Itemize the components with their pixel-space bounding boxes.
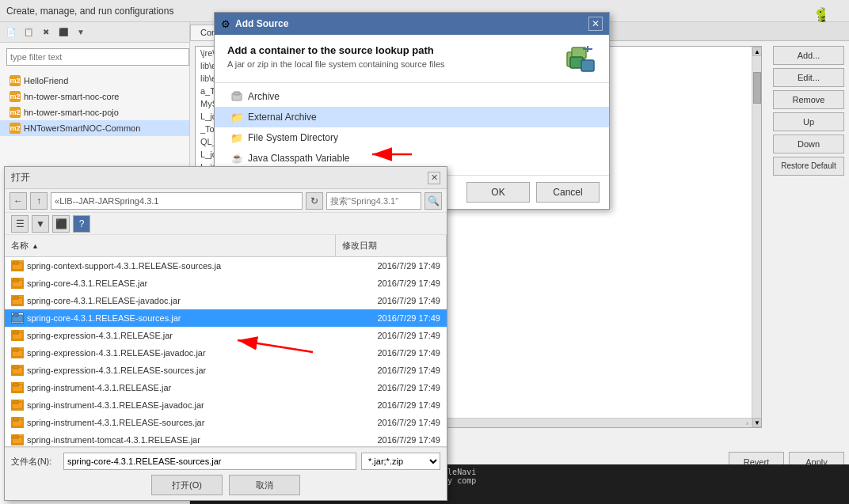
- file-icon-2: [11, 295, 24, 306]
- file-row-3[interactable]: spring-core-4.3.1.RELEASE-sources.jar 20…: [5, 309, 447, 327]
- file-icon-3: [11, 313, 24, 324]
- dialog-item-archive[interactable]: Archive: [215, 86, 609, 107]
- file-dialog-close-btn[interactable]: ✕: [428, 172, 440, 184]
- file-row-4[interactable]: spring-expression-4.3.1.RELEASE.jar 2016…: [5, 327, 447, 344]
- file-row-8[interactable]: spring-instrument-4.3.1.RELEASE-javadoc.…: [5, 396, 447, 414]
- remove-button[interactable]: Remove: [773, 90, 844, 109]
- dialog-cancel-btn[interactable]: Cancel: [536, 182, 600, 203]
- filesystem-label: File System Directory: [248, 132, 338, 143]
- file-row-date-8: 2016/7/29 17:49: [337, 400, 440, 410]
- file-row-date-2: 2016/7/29 17:49: [337, 296, 440, 305]
- path-segment-1[interactable]: Spring4.3.1: [114, 196, 158, 206]
- nav-up-btn[interactable]: ↑: [30, 192, 48, 210]
- file-cancel-btn[interactable]: 取消: [229, 475, 300, 495]
- file-row-10[interactable]: spring-instrument-tomcat-4.3.1.RELEASE.j…: [5, 431, 447, 447]
- up-button[interactable]: Up: [773, 112, 844, 131]
- file-row-2[interactable]: spring-core-4.3.1.RELEASE-javadoc.jar 20…: [5, 292, 447, 309]
- file-row-7[interactable]: spring-instrument-4.3.1.RELEASE.jar 2016…: [5, 379, 447, 396]
- dialog-body: Archive 📁 External Archive 📁 File System…: [215, 82, 609, 175]
- scroll-thumb[interactable]: [753, 72, 761, 104]
- dialog-main-title: Add a container to the source lookup pat…: [227, 44, 557, 56]
- svg-rect-15: [13, 313, 18, 316]
- header-title: Create, manage, and run configurations: [6, 6, 173, 17]
- nav-back-btn[interactable]: ←: [10, 192, 27, 210]
- scroll-right-arrow: ›: [746, 419, 752, 427]
- dialog-sub-title: A jar or zip in the local file system co…: [227, 59, 557, 69]
- nav-refresh-btn[interactable]: ↻: [306, 192, 323, 210]
- new-config-btn[interactable]: 📄: [3, 25, 19, 40]
- copy-btn[interactable]: 📋: [21, 25, 36, 40]
- search-input[interactable]: [326, 192, 421, 210]
- tree-item-noc-core[interactable]: m2 hn-tower-smart-noc-core: [0, 89, 189, 104]
- dialog-titlebar: ⚙ Add Source ✕: [215, 13, 609, 35]
- path-segment-0[interactable]: LIB--JAR-JAR: [59, 196, 114, 206]
- file-icon-5: [11, 347, 24, 358]
- file-row-date-10: 2016/7/29 17:49: [337, 435, 440, 445]
- file-row-date-6: 2016/7/29 17:49: [337, 366, 440, 375]
- file-row-6[interactable]: spring-expression-4.3.1.RELEASE-sources.…: [5, 362, 447, 379]
- tree-item-hellofriend[interactable]: m2 HelloFriend: [0, 73, 189, 89]
- svg-rect-13: [13, 296, 18, 299]
- view-toggle-btn[interactable]: ▼: [32, 215, 49, 233]
- file-name-input[interactable]: [63, 453, 356, 470]
- file-row-9[interactable]: spring-instrument-4.3.1.RELEASE-sources.…: [5, 414, 447, 431]
- file-icon-10: [11, 434, 24, 445]
- down-button[interactable]: Down: [773, 135, 844, 153]
- filesystem-icon: 📁: [230, 131, 243, 144]
- tree-item-label-3: hn-tower-smart-noc-pojo: [24, 108, 119, 117]
- scrollbar-vertical[interactable]: ▲ ▼: [752, 47, 761, 427]
- file-type-select[interactable]: *.jar;*.zip: [361, 453, 440, 470]
- svg-rect-21: [13, 366, 18, 369]
- add-button[interactable]: Add...: [773, 46, 844, 65]
- delete-btn[interactable]: ✖: [38, 25, 54, 40]
- file-row-date-1: 2016/7/29 17:49: [337, 279, 440, 288]
- archive-label: Archive: [248, 91, 280, 102]
- file-footer: 文件名(N): *.jar;*.zip 打开(O) 取消: [5, 447, 447, 500]
- scroll-up[interactable]: ▲: [752, 47, 762, 56]
- restore-default-button[interactable]: Restore Default: [773, 157, 844, 176]
- view-grid-btn[interactable]: ⬛: [52, 215, 70, 233]
- svg-rect-23: [13, 383, 18, 386]
- dialog-ok-btn[interactable]: OK: [466, 182, 530, 203]
- scroll-down[interactable]: ▼: [752, 418, 762, 427]
- file-row-name-6: spring-expression-4.3.1.RELEASE-sources.…: [27, 366, 334, 375]
- file-row-name-10: spring-instrument-tomcat-4.3.1.RELEASE.j…: [27, 435, 334, 445]
- right-buttons-panel: Add... Edit... Remove Up Down Restore De…: [773, 46, 844, 176]
- config-tree: m2 HelloFriend m2 hn-tower-smart-noc-cor…: [0, 71, 189, 138]
- file-dialog-titlebar: 打开 ✕: [5, 167, 447, 189]
- edit-button[interactable]: Edit...: [773, 68, 844, 87]
- file-name-row: 文件名(N): *.jar;*.zip: [11, 453, 440, 470]
- nav-path[interactable]: « LIB--JAR-JAR Spring4.3.1: [51, 192, 303, 210]
- view-list-btn[interactable]: ☰: [11, 215, 29, 233]
- move-up-btn[interactable]: ⬛: [55, 25, 71, 40]
- file-row-date-3: 2016/7/29 17:49: [337, 313, 440, 323]
- file-row-name-0: spring-context-support-4.3.1.RELEASE-sou…: [27, 261, 334, 271]
- file-icon-8: [11, 400, 24, 411]
- filter-input[interactable]: [6, 48, 189, 66]
- m2-icon-2: m2: [10, 91, 21, 102]
- dialog-close-btn[interactable]: ✕: [588, 17, 603, 31]
- file-list: spring-context-support-4.3.1.RELEASE-sou…: [5, 257, 447, 447]
- m2-icon: m2: [10, 75, 21, 86]
- file-row-5[interactable]: spring-expression-4.3.1.RELEASE-javadoc.…: [5, 344, 447, 362]
- file-open-btn[interactable]: 打开(O): [151, 475, 223, 495]
- tree-item-noc-common[interactable]: m2 HNTowerSmartNOC-Common: [0, 120, 189, 136]
- file-row-0[interactable]: spring-context-support-4.3.1.RELEASE-sou…: [5, 257, 447, 275]
- svg-rect-27: [13, 418, 18, 421]
- file-row-1[interactable]: spring-core-4.3.1.RELEASE.jar 2016/7/29 …: [5, 275, 447, 292]
- svg-rect-9: [13, 261, 18, 264]
- file-icon-7: [11, 382, 24, 393]
- search-btn[interactable]: 🔍: [424, 192, 442, 210]
- tree-item-noc-pojo[interactable]: m2 hn-tower-smart-noc-pojo: [0, 104, 189, 120]
- help-btn[interactable]: ?: [73, 215, 90, 233]
- file-name-label: 文件名(N):: [11, 456, 59, 468]
- dialog-item-filesystem[interactable]: 📁 File System Directory: [215, 127, 609, 148]
- file-dialog: 打开 ✕ ← ↑ « LIB--JAR-JAR Spring4.3.1 ↻ 🔍 …: [4, 166, 447, 501]
- m2-icon-4: m2: [10, 123, 21, 134]
- dropdown-btn[interactable]: ▼: [73, 25, 89, 40]
- dialog-item-external-archive[interactable]: 📁 External Archive: [215, 107, 609, 127]
- col-name: 名称 ▲: [5, 235, 336, 256]
- tree-item-label-2: hn-tower-smart-noc-core: [24, 92, 119, 101]
- file-row-date-5: 2016/7/29 17:49: [337, 348, 440, 358]
- svg-rect-17: [13, 331, 18, 334]
